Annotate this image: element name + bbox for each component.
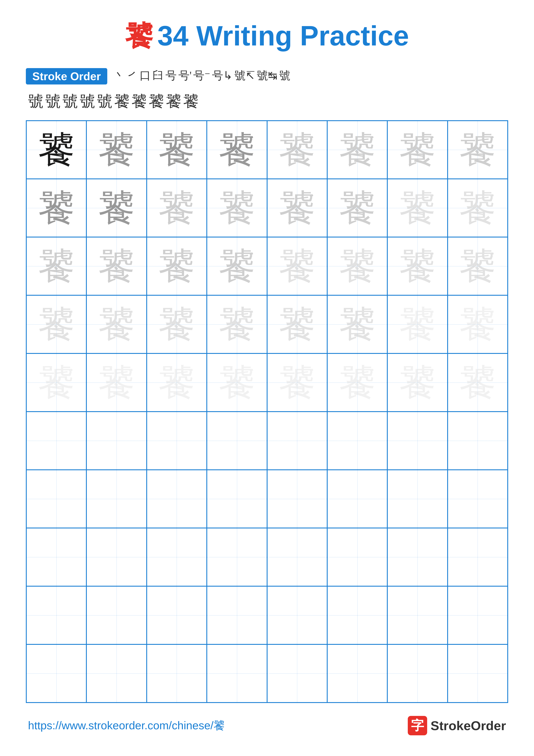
grid-cell-r2c2[interactable]: 饕 <box>87 179 146 237</box>
grid-cell-r4c4[interactable]: 饕 <box>207 295 267 353</box>
grid-cell-r3c7[interactable]: 饕 <box>387 237 447 295</box>
grid-cell-r3c8[interactable]: 饕 <box>447 237 508 295</box>
grid-cell-r1c2[interactable]: 饕 <box>87 121 146 179</box>
grid-cell-r3c4[interactable]: 饕 <box>207 237 267 295</box>
grid-cell-r8c7[interactable] <box>387 528 447 586</box>
grid-cell-r9c8[interactable] <box>447 586 508 644</box>
grid-cell-r8c3[interactable] <box>147 528 207 586</box>
stroke-step-large-6: 饕 <box>114 91 130 112</box>
char-r5c2: 饕 <box>98 364 135 401</box>
grid-cell-r4c3[interactable]: 饕 <box>147 295 207 353</box>
char-r4c3: 饕 <box>158 306 195 343</box>
grid-cell-r10c1[interactable] <box>26 644 87 703</box>
grid-cell-r8c2[interactable] <box>87 528 146 586</box>
grid-cell-r4c1[interactable]: 饕 <box>26 295 87 353</box>
grid-cell-r7c5[interactable] <box>267 470 327 528</box>
grid-cell-r3c3[interactable]: 饕 <box>147 237 207 295</box>
grid-cell-r8c8[interactable] <box>447 528 508 586</box>
stroke-order-badge: Stroke Order <box>26 68 107 85</box>
grid-cell-r1c6[interactable]: 饕 <box>327 121 387 179</box>
grid-cell-r6c2[interactable] <box>87 412 146 470</box>
grid-cell-r10c4[interactable] <box>207 644 267 703</box>
grid-cell-r6c3[interactable] <box>147 412 207 470</box>
grid-cell-r2c4[interactable]: 饕 <box>207 179 267 237</box>
footer-url[interactable]: https://www.strokeorder.com/chinese/饕 <box>28 718 225 733</box>
grid-cell-r9c7[interactable] <box>387 586 447 644</box>
grid-cell-r9c3[interactable] <box>147 586 207 644</box>
grid-cell-r6c6[interactable] <box>327 412 387 470</box>
stroke-sequence-row2: 號 號 號 號 號 饕 饕 饕 饕 饕 <box>26 91 508 112</box>
grid-cell-r4c8[interactable]: 饕 <box>447 295 508 353</box>
grid-cell-r2c5[interactable]: 饕 <box>267 179 327 237</box>
char-r2c5: 饕 <box>279 190 315 226</box>
stroke-sequence-row1: 丶 ㇒ 口 臼 号 号' 号⁻ 号↳ 號↸ 號↹ 號 <box>114 68 291 83</box>
grid-cell-r10c5[interactable] <box>267 644 327 703</box>
grid-cell-r7c7[interactable] <box>387 470 447 528</box>
char-r4c6: 饕 <box>339 306 376 343</box>
grid-cell-r9c1[interactable] <box>26 586 87 644</box>
char-r4c8: 饕 <box>459 306 496 343</box>
char-r3c7: 饕 <box>399 248 436 284</box>
grid-cell-r8c4[interactable] <box>207 528 267 586</box>
grid-cell-r1c1[interactable]: 饕 <box>26 121 87 179</box>
grid-cell-r1c8[interactable]: 饕 <box>447 121 508 179</box>
grid-cell-r3c1[interactable]: 饕 <box>26 237 87 295</box>
grid-cell-r7c6[interactable] <box>327 470 387 528</box>
grid-cell-r6c5[interactable] <box>267 412 327 470</box>
grid-cell-r3c6[interactable]: 饕 <box>327 237 387 295</box>
grid-cell-r2c1[interactable]: 饕 <box>26 179 87 237</box>
grid-cell-r7c3[interactable] <box>147 470 207 528</box>
stroke-step-large-9: 饕 <box>166 91 181 112</box>
grid-cell-r1c5[interactable]: 饕 <box>267 121 327 179</box>
grid-cell-r10c3[interactable] <box>147 644 207 703</box>
grid-cell-r4c2[interactable]: 饕 <box>87 295 146 353</box>
grid-cell-r6c4[interactable] <box>207 412 267 470</box>
grid-cell-r6c8[interactable] <box>447 412 508 470</box>
char-r4c1: 饕 <box>38 306 75 343</box>
grid-cell-r5c6[interactable]: 饕 <box>327 353 387 412</box>
grid-cell-r4c6[interactable]: 饕 <box>327 295 387 353</box>
grid-cell-r1c3[interactable]: 饕 <box>147 121 207 179</box>
grid-cell-r9c4[interactable] <box>207 586 267 644</box>
grid-cell-r7c8[interactable] <box>447 470 508 528</box>
grid-cell-r7c1[interactable] <box>26 470 87 528</box>
grid-cell-r5c2[interactable]: 饕 <box>87 353 146 412</box>
grid-cell-r7c4[interactable] <box>207 470 267 528</box>
grid-cell-r5c4[interactable]: 饕 <box>207 353 267 412</box>
grid-cell-r9c6[interactable] <box>327 586 387 644</box>
grid-cell-r2c8[interactable]: 饕 <box>447 179 508 237</box>
grid-cell-r10c8[interactable] <box>447 644 508 703</box>
grid-cell-r5c1[interactable]: 饕 <box>26 353 87 412</box>
char-r1c7: 饕 <box>399 131 436 168</box>
grid-cell-r2c3[interactable]: 饕 <box>147 179 207 237</box>
brand-icon: 字 <box>408 716 427 735</box>
char-r2c6: 饕 <box>339 190 376 226</box>
grid-cell-r5c5[interactable]: 饕 <box>267 353 327 412</box>
grid-cell-r10c2[interactable] <box>87 644 146 703</box>
grid-cell-r10c6[interactable] <box>327 644 387 703</box>
char-r1c3: 饕 <box>158 131 195 168</box>
grid-cell-r3c5[interactable]: 饕 <box>267 237 327 295</box>
char-r4c2: 饕 <box>98 306 135 343</box>
grid-cell-r6c7[interactable] <box>387 412 447 470</box>
grid-cell-r8c1[interactable] <box>26 528 87 586</box>
grid-cell-r6c1[interactable] <box>26 412 87 470</box>
stroke-step-large-7: 饕 <box>131 91 147 112</box>
grid-cell-r1c4[interactable]: 饕 <box>207 121 267 179</box>
grid-cell-r5c3[interactable]: 饕 <box>147 353 207 412</box>
grid-cell-r10c7[interactable] <box>387 644 447 703</box>
grid-cell-r5c7[interactable]: 饕 <box>387 353 447 412</box>
grid-cell-r5c8[interactable]: 饕 <box>447 353 508 412</box>
grid-cell-r4c7[interactable]: 饕 <box>387 295 447 353</box>
grid-cell-r4c5[interactable]: 饕 <box>267 295 327 353</box>
grid-cell-r9c2[interactable] <box>87 586 146 644</box>
grid-cell-r9c5[interactable] <box>267 586 327 644</box>
grid-cell-r1c7[interactable]: 饕 <box>387 121 447 179</box>
char-r4c4: 饕 <box>219 306 255 343</box>
grid-cell-r7c2[interactable] <box>87 470 146 528</box>
grid-cell-r8c6[interactable] <box>327 528 387 586</box>
grid-cell-r2c6[interactable]: 饕 <box>327 179 387 237</box>
grid-cell-r3c2[interactable]: 饕 <box>87 237 146 295</box>
grid-cell-r8c5[interactable] <box>267 528 327 586</box>
grid-cell-r2c7[interactable]: 饕 <box>387 179 447 237</box>
